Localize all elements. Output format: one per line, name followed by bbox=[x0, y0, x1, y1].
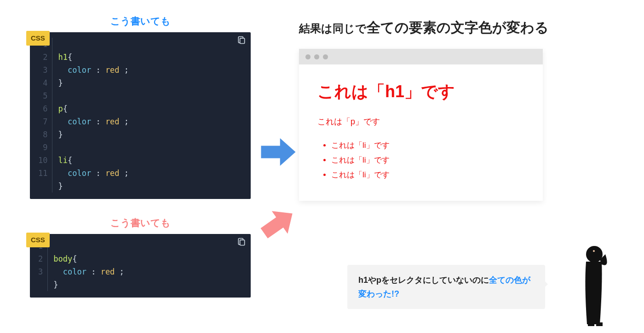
arrow-pink-icon bbox=[255, 201, 301, 245]
copy-icon[interactable] bbox=[237, 237, 246, 247]
code-body: body{ color : red ; } bbox=[48, 240, 130, 291]
code-body: h1{ color : red ; } p{ color : red ; } l… bbox=[52, 38, 134, 193]
svg-marker-3 bbox=[256, 202, 300, 245]
code-editor-1: CSS 123 456 789 1011 h1{ color : red ; }… bbox=[30, 32, 251, 199]
window-dot-icon bbox=[323, 54, 328, 59]
list-item: これは「li」です bbox=[331, 138, 524, 153]
rendered-p: これは「p」です bbox=[317, 116, 524, 127]
line-gutter: 123 456 789 1011 bbox=[30, 38, 52, 193]
window-dot-icon bbox=[305, 54, 310, 59]
browser-mock: これは「h1」です これは「p」です これは「li」です これは「li」です こ… bbox=[299, 49, 543, 201]
svg-rect-1 bbox=[240, 240, 245, 245]
label-top: こう書いても bbox=[30, 15, 251, 28]
svg-rect-0 bbox=[240, 38, 245, 44]
right-column: 結果は同じで全ての要素の文字色が変わる これは「h1」です これは「p」です こ… bbox=[299, 18, 549, 201]
rendered-list: これは「li」です これは「li」です これは「li」です bbox=[317, 138, 524, 182]
svg-point-5 bbox=[593, 250, 595, 252]
editor-lang-badge: CSS bbox=[26, 233, 50, 247]
copy-icon[interactable] bbox=[237, 35, 246, 45]
svg-marker-2 bbox=[261, 138, 296, 166]
list-item: これは「li」です bbox=[331, 153, 524, 168]
left-column: こう書いても CSS 123 456 789 1011 h1{ color : … bbox=[30, 15, 251, 298]
arrow-blue-icon bbox=[260, 138, 297, 166]
result-title: 結果は同じで全ての要素の文字色が変わる bbox=[299, 18, 549, 37]
svg-rect-6 bbox=[588, 322, 594, 326]
browser-content: これは「h1」です これは「p」です これは「li」です これは「li」です こ… bbox=[299, 64, 543, 201]
label-bottom: こう書いても bbox=[30, 216, 251, 229]
list-item: これは「li」です bbox=[331, 168, 524, 182]
person-figure-icon bbox=[566, 243, 616, 326]
code-editor-2: CSS 123 body{ color : red ; } bbox=[30, 234, 251, 298]
editor-lang-badge: CSS bbox=[26, 31, 50, 46]
window-dot-icon bbox=[314, 54, 319, 59]
speech-bubble: h1やpをセレクタにしていないのに全ての色が変わった!? bbox=[347, 265, 545, 309]
svg-rect-7 bbox=[596, 322, 603, 326]
browser-titlebar bbox=[299, 49, 543, 64]
rendered-h1: これは「h1」です bbox=[317, 81, 524, 103]
